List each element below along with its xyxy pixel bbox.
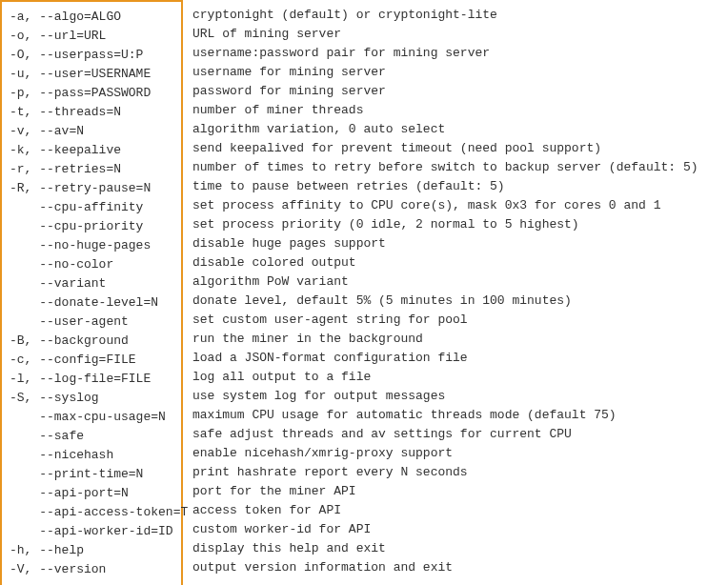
option-description: output version information and exit bbox=[192, 558, 698, 577]
option-flag: -a, --algo=ALGO bbox=[10, 8, 177, 27]
option-flag: -p, --pass=PASSWORD bbox=[10, 84, 177, 103]
option-flag: --api-port=N bbox=[10, 484, 177, 503]
option-description: username:password pair for mining server bbox=[192, 44, 698, 63]
option-description: disable colored output bbox=[192, 253, 698, 272]
option-description: access token for API bbox=[192, 501, 698, 520]
option-description: algorithm variation, 0 auto select bbox=[192, 120, 698, 139]
option-flag: --user-agent bbox=[10, 313, 177, 332]
option-flag: -B, --background bbox=[10, 332, 177, 351]
cli-help-table: -a, --algo=ALGO-o, --url=URL-O, --userpa… bbox=[0, 0, 728, 585]
option-description: number of times to retry before switch t… bbox=[192, 158, 698, 177]
option-flag: -t, --threads=N bbox=[10, 103, 177, 122]
option-description: load a JSON-format configuration file bbox=[192, 349, 698, 368]
option-description: cryptonight (default) or cryptonight-lit… bbox=[192, 6, 698, 25]
option-description: send keepalived for prevent timeout (nee… bbox=[192, 139, 698, 158]
option-description: use system log for output messages bbox=[192, 387, 698, 406]
option-flag: -V, --version bbox=[10, 560, 177, 579]
option-flag: -v, --av=N bbox=[10, 122, 177, 141]
option-flag: -S, --syslog bbox=[10, 389, 177, 408]
option-description: safe adjust threads and av settings for … bbox=[192, 425, 698, 444]
descriptions-column: cryptonight (default) or cryptonight-lit… bbox=[183, 0, 698, 585]
option-flag: -k, --keepalive bbox=[10, 141, 177, 160]
option-flag: -c, --config=FILE bbox=[10, 351, 177, 370]
option-flag: -l, --log-file=FILE bbox=[10, 370, 177, 389]
option-description: display this help and exit bbox=[192, 539, 698, 558]
option-flag: --no-huge-pages bbox=[10, 236, 177, 255]
option-flag: -o, --url=URL bbox=[10, 27, 177, 46]
option-description: time to pause between retries (default: … bbox=[192, 177, 698, 196]
option-description: set process affinity to CPU core(s), mas… bbox=[192, 196, 698, 215]
option-description: port for the miner API bbox=[192, 482, 698, 501]
option-description: run the miner in the background bbox=[192, 330, 698, 349]
option-description: username for mining server bbox=[192, 63, 698, 82]
option-description: maximum CPU usage for automatic threads … bbox=[192, 406, 698, 425]
option-flag: -h, --help bbox=[10, 541, 177, 560]
option-flag: -r, --retries=N bbox=[10, 160, 177, 179]
option-flag: -u, --user=USERNAME bbox=[10, 65, 177, 84]
option-flag: -R, --retry-pause=N bbox=[10, 179, 177, 198]
option-description: set process priority (0 idle, 2 normal t… bbox=[192, 215, 698, 234]
option-flag: --api-access-token=T bbox=[10, 503, 177, 522]
option-description: set custom user-agent string for pool bbox=[192, 311, 698, 330]
option-flag: --max-cpu-usage=N bbox=[10, 408, 177, 427]
option-flag: --cpu-affinity bbox=[10, 198, 177, 217]
flags-column: -a, --algo=ALGO-o, --url=URL-O, --userpa… bbox=[0, 0, 183, 585]
option-description: URL of mining server bbox=[192, 25, 698, 44]
option-flag: --cpu-priority bbox=[10, 217, 177, 236]
option-flag: --print-time=N bbox=[10, 465, 177, 484]
option-flag: -O, --userpass=U:P bbox=[10, 46, 177, 65]
option-description: print hashrate report every N seconds bbox=[192, 463, 698, 482]
option-flag: --donate-level=N bbox=[10, 293, 177, 313]
option-description: number of miner threads bbox=[192, 101, 698, 120]
option-description: donate level, default 5% (5 minutes in 1… bbox=[192, 292, 698, 311]
option-description: enable nicehash/xmrig-proxy support bbox=[192, 444, 698, 463]
option-flag: --api-worker-id=ID bbox=[10, 522, 177, 541]
option-description: disable huge pages support bbox=[192, 234, 698, 253]
option-description: custom worker-id for API bbox=[192, 520, 698, 539]
option-flag: --safe bbox=[10, 427, 177, 446]
option-flag: --no-color bbox=[10, 255, 177, 274]
option-description: password for mining server bbox=[192, 82, 698, 101]
option-description: algorithm PoW variant bbox=[192, 272, 698, 292]
option-description: log all output to a file bbox=[192, 368, 698, 387]
option-flag: --nicehash bbox=[10, 446, 177, 465]
option-flag: --variant bbox=[10, 274, 177, 293]
